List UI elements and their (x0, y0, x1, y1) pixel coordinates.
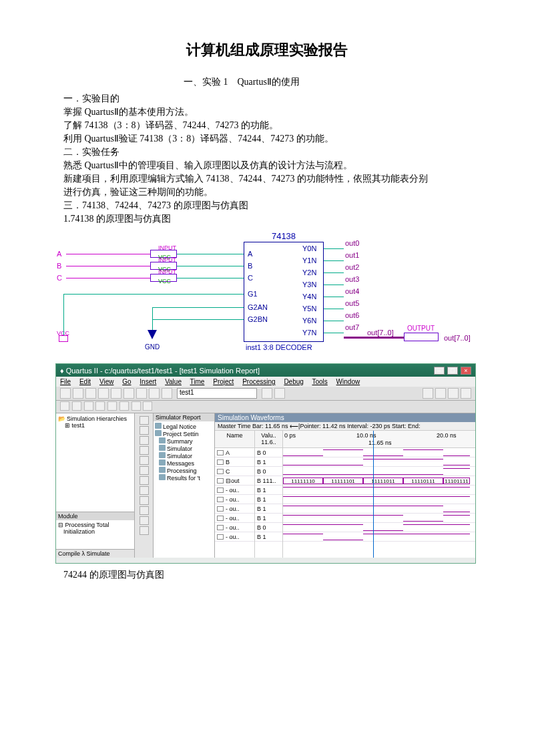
menu-processing[interactable]: Processing (242, 378, 275, 385)
hierarchy-item[interactable]: ⊞ test1 (58, 422, 132, 429)
module-panel: Module ⊟ Processing Total Initialization (56, 512, 134, 549)
sig-val-out: B 111.. (255, 476, 282, 486)
sig-name-o4[interactable]: - ou.. (215, 523, 254, 532)
tb2-3-icon[interactable] (84, 401, 93, 411)
tb2-7-icon[interactable] (131, 401, 141, 411)
tb-compile-icon[interactable] (423, 388, 433, 399)
menu-tools[interactable]: Tools (312, 378, 327, 385)
tree-sim1[interactable]: Simulator (155, 445, 213, 452)
menu-file[interactable]: File (60, 378, 71, 385)
tb2-4-icon[interactable] (95, 401, 105, 411)
vt-full-icon[interactable] (140, 446, 149, 455)
tb-cut-icon[interactable] (111, 388, 121, 399)
vcc-wire-h (63, 294, 244, 295)
timescale: 0 ps 10.0 ns 11.65 ns 20.0 ns (283, 431, 475, 448)
tree-project[interactable]: Project Settin (155, 430, 213, 437)
tb-save-icon[interactable] (85, 388, 96, 399)
menu-view[interactable]: View (99, 378, 114, 385)
tb-print-icon[interactable] (98, 388, 109, 399)
menu-value[interactable]: Value (165, 378, 182, 385)
tb2-2-icon[interactable] (72, 401, 81, 411)
vt-zoom-icon[interactable] (140, 436, 149, 445)
wave-o2 (283, 504, 475, 514)
vt-4-icon[interactable] (140, 496, 149, 505)
input-b-label: B (57, 262, 61, 270)
menu-bar[interactable]: File Edit View Go Insert Value Time Proj… (56, 377, 475, 387)
sig-name-a[interactable]: A (215, 448, 254, 457)
tb-open-icon[interactable] (73, 388, 83, 399)
sig-name-c[interactable]: C (215, 467, 254, 476)
tb-redo-icon[interactable] (162, 388, 172, 399)
p-diag-head: 三．74138、74244、74273 的原理图与仿真图 (63, 199, 471, 212)
wire-a2 (177, 254, 244, 254)
tree-proc[interactable]: Processing (155, 467, 213, 474)
sig-val-o2: B 1 (255, 504, 282, 514)
menu-window[interactable]: Window (336, 378, 360, 385)
tb2-8-icon[interactable] (143, 401, 152, 411)
tb-help-icon[interactable] (461, 388, 471, 399)
tb-new-icon[interactable] (60, 388, 71, 399)
time-cursor[interactable] (373, 431, 374, 558)
close-button[interactable]: × (461, 367, 471, 375)
tb-misc2-icon[interactable] (274, 388, 285, 399)
maximize-button[interactable]: □ (447, 367, 458, 375)
tb-paste-icon[interactable] (136, 388, 147, 399)
signal-values: Valu.. 11.6.. B 0 B 1 B 0 B 111.. B 1 B … (255, 431, 283, 558)
ow4 (324, 297, 344, 297)
input-tag-a: INPUT (158, 244, 176, 251)
sig-name-o2[interactable]: - ou.. (215, 504, 254, 514)
menu-time[interactable]: Time (190, 378, 205, 385)
sig-name-b[interactable]: B (215, 457, 254, 467)
wave-o0 (283, 486, 475, 495)
gnd-symbol (148, 330, 157, 339)
tree-results[interactable]: Results for 't (155, 474, 213, 482)
vt-3-icon[interactable] (140, 486, 149, 495)
tb2-1-icon[interactable] (60, 401, 69, 411)
tree-summary[interactable]: Summary (155, 437, 213, 445)
p-aim-3: 利用 QuartusⅡ验证 74138（3：8）译码器、74244、74273 … (63, 132, 471, 146)
tb2-6-icon[interactable] (119, 401, 129, 411)
tb-misc1-icon[interactable] (262, 388, 272, 399)
sig-name-out[interactable]: ⊟ out (215, 476, 254, 486)
waveform-area[interactable]: 0 ps 10.0 ns 11.65 ns 20.0 ns (283, 431, 475, 558)
tree-sim2[interactable]: Simulator (155, 452, 213, 459)
sig-name-o0[interactable]: - ou.. (215, 486, 254, 495)
tree-legal[interactable]: Legal Notice (155, 423, 213, 430)
minimize-button[interactable]: – (434, 367, 445, 375)
wave-o4 (283, 523, 475, 532)
value-header: Valu.. 11.6.. (255, 431, 282, 448)
left-tabs[interactable]: Compile λ Simulate (56, 549, 134, 558)
vt-7-icon[interactable] (140, 526, 149, 535)
out0-label: out0 (345, 239, 359, 247)
menu-debug[interactable]: Debug (284, 378, 303, 385)
vt-find-icon[interactable] (140, 456, 149, 465)
tb-sim-icon[interactable] (435, 388, 446, 399)
vt-text-icon[interactable] (140, 426, 149, 435)
tb-undo-icon[interactable] (149, 388, 160, 399)
window-titlebar: ♦ Quartus II - c:/quartus/test1/test1 - … (56, 364, 475, 377)
gnd-wire-h2 (152, 319, 244, 320)
tb2-5-icon[interactable] (107, 401, 117, 411)
p-aim-1: 掌握 QuartusⅡ的基本使用方法。 (63, 106, 471, 119)
wave-o5 (283, 532, 475, 542)
vt-arrow-icon[interactable] (140, 416, 149, 425)
vt-1-icon[interactable] (140, 466, 149, 475)
vt-6-icon[interactable] (140, 516, 149, 525)
menu-insert[interactable]: Insert (140, 378, 156, 385)
sig-name-o1[interactable]: - ou.. (215, 495, 254, 504)
menu-go[interactable]: Go (122, 378, 131, 385)
sig-name-o3[interactable]: - ou.. (215, 514, 254, 523)
tb-stop-icon[interactable] (448, 388, 459, 399)
tb-copy-icon[interactable] (123, 388, 134, 399)
sig-val-a: B 0 (255, 448, 282, 457)
vt-2-icon[interactable] (140, 476, 149, 485)
out-bus (344, 337, 404, 339)
gnd-label: GND (145, 343, 160, 351)
sig-name-o5[interactable]: - ou.. (215, 532, 254, 542)
tree-msg[interactable]: Messages (155, 459, 213, 467)
project-combo[interactable]: test1 (177, 388, 257, 399)
vt-5-icon[interactable] (140, 506, 149, 515)
menu-edit[interactable]: Edit (79, 378, 91, 385)
out6-label: out6 (345, 311, 359, 319)
menu-project[interactable]: Project (213, 378, 234, 385)
